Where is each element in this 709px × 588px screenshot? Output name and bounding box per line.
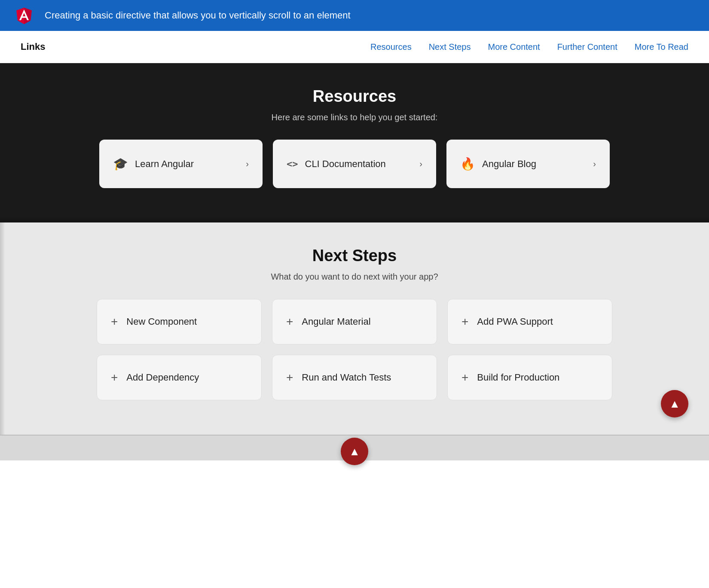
angular-blog-card[interactable]: 🔥 Angular Blog ›	[446, 140, 610, 188]
nav-links: Resources Next Steps More Content Furthe…	[370, 42, 688, 52]
run-watch-tests-card[interactable]: + Run and Watch Tests	[272, 355, 437, 400]
nav-link-next-steps[interactable]: Next Steps	[429, 42, 471, 52]
app-header: Creating a basic directive that allows y…	[0, 0, 709, 31]
angular-material-plus-icon: +	[286, 315, 293, 329]
angular-logo-icon	[14, 5, 34, 26]
nav-link-further-content[interactable]: Further Content	[557, 42, 617, 52]
learn-angular-icon: 🎓	[113, 157, 128, 171]
angular-blog-label: Angular Blog	[482, 158, 536, 170]
scroll-top-button[interactable]: ▲	[661, 390, 688, 417]
nav-label: Links	[21, 41, 45, 52]
resource-cards-row: 🎓 Learn Angular › <> CLI Documentation ›…	[21, 140, 688, 188]
bottom-scroll-arrow-icon: ▲	[349, 445, 360, 458]
nav-bar: Links Resources Next Steps More Content …	[0, 31, 709, 63]
angular-material-label: Angular Material	[302, 316, 370, 327]
angular-material-card[interactable]: + Angular Material	[272, 299, 437, 344]
resources-subtitle: Here are some links to help you get star…	[21, 113, 688, 122]
build-production-plus-icon: +	[461, 371, 468, 384]
next-steps-section: Next Steps What do you want to do next w…	[0, 222, 709, 435]
build-production-card[interactable]: + Build for Production	[447, 355, 612, 400]
angular-blog-arrow: ›	[593, 159, 596, 169]
bottom-scroll-button[interactable]: ▲	[341, 438, 368, 465]
cli-docs-arrow: ›	[419, 159, 422, 169]
cli-docs-card[interactable]: <> CLI Documentation ›	[273, 140, 436, 188]
steps-grid: + New Component + Angular Material + Add…	[97, 299, 612, 400]
add-pwa-plus-icon: +	[461, 315, 468, 329]
new-component-plus-icon: +	[111, 315, 118, 329]
new-component-card[interactable]: + New Component	[97, 299, 262, 344]
add-pwa-card[interactable]: + Add PWA Support	[447, 299, 612, 344]
next-steps-subtitle: What do you want to do next with your ap…	[21, 272, 688, 282]
add-dependency-plus-icon: +	[111, 371, 118, 384]
learn-angular-label: Learn Angular	[135, 158, 194, 170]
cli-docs-label: CLI Documentation	[305, 158, 386, 170]
scroll-top-arrow-icon: ▲	[669, 397, 680, 411]
add-dependency-label: Add Dependency	[126, 372, 199, 383]
run-watch-tests-plus-icon: +	[286, 371, 293, 384]
build-production-label: Build for Production	[477, 372, 559, 383]
resources-section: Resources Here are some links to help yo…	[0, 63, 709, 222]
cli-docs-icon: <>	[287, 158, 298, 169]
header-title: Creating a basic directive that allows y…	[45, 10, 351, 21]
resources-title: Resources	[21, 87, 688, 106]
learn-angular-card[interactable]: 🎓 Learn Angular ›	[99, 140, 263, 188]
run-watch-tests-label: Run and Watch Tests	[302, 372, 391, 383]
nav-link-more-to-read[interactable]: More To Read	[635, 42, 688, 52]
next-steps-title: Next Steps	[21, 247, 688, 265]
learn-angular-arrow: ›	[246, 159, 249, 169]
add-pwa-label: Add PWA Support	[477, 316, 553, 327]
bottom-partial-section: ▲	[0, 435, 709, 460]
nav-link-more-content[interactable]: More Content	[488, 42, 540, 52]
add-dependency-card[interactable]: + Add Dependency	[97, 355, 262, 400]
nav-link-resources[interactable]: Resources	[370, 42, 412, 52]
new-component-label: New Component	[126, 316, 197, 327]
resources-section-wrapper: Resources Here are some links to help yo…	[0, 63, 709, 222]
angular-blog-icon: 🔥	[460, 157, 475, 171]
svg-marker-1	[24, 8, 32, 24]
